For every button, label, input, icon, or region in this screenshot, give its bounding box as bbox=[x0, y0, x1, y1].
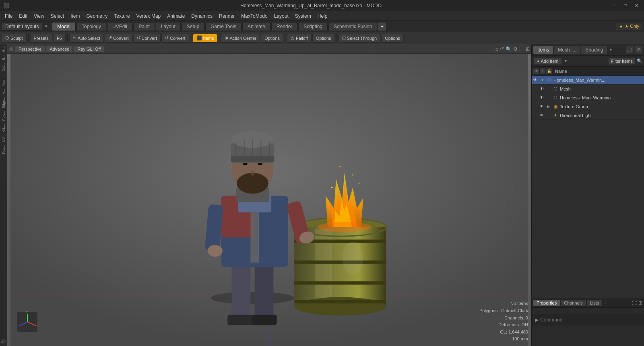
minimize-button[interactable]: – bbox=[610, 2, 618, 10]
sidebar-label-fuz[interactable]: Fuz... bbox=[2, 144, 6, 155]
menu-system[interactable]: System bbox=[292, 12, 314, 20]
sidebar-label-b2[interactable]: B... bbox=[2, 54, 6, 62]
home-icon[interactable]: ⌂ bbox=[495, 46, 498, 52]
viewport-canvas[interactable]: X Y Z No Items Polygons : Catmull-Clark … bbox=[7, 54, 531, 346]
falloff-button[interactable]: ◎ Falloff bbox=[287, 34, 312, 43]
filter-search-icon[interactable]: 🔍 bbox=[637, 58, 642, 64]
convert3-button[interactable]: ↺ Convert bbox=[161, 34, 189, 43]
auto-select-button[interactable]: ↖ Auto Select bbox=[69, 34, 104, 43]
ray-gl-tag[interactable]: Ray GL: Off bbox=[74, 46, 104, 52]
lock-col-icon[interactable]: 🔒 bbox=[546, 68, 552, 74]
star-only-toggle[interactable]: ★ ★ Only bbox=[616, 23, 642, 30]
sidebar-label-v[interactable]: V... bbox=[2, 88, 6, 95]
maximize-button[interactable]: □ bbox=[621, 2, 630, 10]
add-col-icon[interactable]: + bbox=[540, 68, 545, 74]
panel-expand-icon[interactable]: ⛶ bbox=[626, 46, 634, 54]
tab-shading[interactable]: Shading bbox=[581, 46, 607, 54]
tab-layout[interactable]: Layout bbox=[156, 22, 181, 31]
default-layouts-label[interactable]: Default Layouts bbox=[2, 23, 42, 31]
bp-add-tab[interactable]: + bbox=[604, 301, 606, 305]
close-button[interactable]: ✕ bbox=[633, 2, 641, 10]
sidebar-label-uv[interactable]: UV... bbox=[2, 133, 6, 143]
search-icon[interactable]: 🔍 bbox=[506, 46, 512, 52]
shading-dropdown[interactable]: ▼ bbox=[609, 47, 613, 52]
sculpt-button[interactable]: ⬡ Sculpt bbox=[2, 34, 27, 43]
bp-tab-properties[interactable]: Properties bbox=[533, 300, 560, 306]
menu-item[interactable]: Item bbox=[67, 12, 83, 20]
convert2-button[interactable]: ↺ Convert bbox=[133, 34, 161, 43]
expand-arrow-mesh[interactable]: ▶ bbox=[547, 86, 551, 91]
options2-button[interactable]: Options bbox=[312, 34, 335, 43]
convert1-button[interactable]: ↺ Convert bbox=[105, 34, 132, 43]
tab-animate[interactable]: Animate bbox=[242, 22, 270, 31]
menu-file[interactable]: File bbox=[2, 12, 16, 20]
tab-scripting[interactable]: Scripting bbox=[298, 22, 328, 31]
expand-arrow-homeless[interactable]: ▶ bbox=[547, 95, 551, 100]
item-row-root[interactable]: 👁 ▼ ⬡ Homeless_Man_Warmin... bbox=[532, 76, 644, 84]
menu-animate[interactable]: Animate bbox=[164, 12, 188, 20]
tab-render[interactable]: Render bbox=[271, 22, 297, 31]
bp-layout-icon[interactable]: ⊞ bbox=[638, 300, 642, 306]
bp-tab-lists[interactable]: Lists bbox=[587, 300, 603, 306]
menu-maxtomodo[interactable]: MaxToModo bbox=[238, 12, 270, 20]
tab-items[interactable]: Items bbox=[533, 46, 553, 54]
menu-edit[interactable]: Edit bbox=[16, 12, 31, 20]
sidebar-label-gl[interactable]: GL... bbox=[2, 123, 6, 133]
tab-setup[interactable]: Setup bbox=[182, 22, 204, 31]
menu-help[interactable]: Help bbox=[314, 12, 331, 20]
tab-topology[interactable]: Topology bbox=[76, 22, 106, 31]
eye-icon-root[interactable]: 👁 bbox=[533, 78, 539, 82]
sidebar-label-poly[interactable]: Poly... bbox=[2, 110, 6, 122]
sidebar-label-bottom[interactable]: ○ bbox=[1, 339, 6, 344]
panel-layout-icon[interactable]: ⊞ bbox=[635, 46, 642, 54]
eye-col-icon[interactable]: 👁 bbox=[533, 68, 539, 74]
viewport-toggle-dot[interactable] bbox=[9, 47, 14, 51]
action-center-button[interactable]: ⊕ Action Center bbox=[221, 34, 260, 43]
expand-arrow-root[interactable]: ▼ bbox=[541, 78, 545, 82]
item-row-dirlight[interactable]: 👁 ▶ ☀ Directional Light bbox=[532, 111, 644, 120]
menu-view[interactable]: View bbox=[31, 12, 47, 20]
expand-arrow-dirlight[interactable]: ▶ bbox=[547, 113, 551, 117]
command-input[interactable] bbox=[540, 317, 641, 323]
bp-expand-icon[interactable]: ⛶ bbox=[632, 300, 637, 306]
layouts-dropdown-icon[interactable]: ▼ bbox=[44, 24, 48, 29]
menu-render[interactable]: Render bbox=[216, 12, 238, 20]
sidebar-label-def[interactable]: Def... bbox=[2, 62, 6, 73]
tab-schematic-fusion[interactable]: Schematic Fusion bbox=[328, 22, 377, 31]
menu-texture[interactable]: Texture bbox=[111, 12, 133, 20]
perspective-tag[interactable]: Perspective bbox=[15, 46, 45, 52]
options3-button[interactable]: Options bbox=[381, 34, 404, 43]
expand-icon[interactable]: ⛶ bbox=[519, 46, 524, 52]
add-tab-button[interactable]: + bbox=[378, 23, 386, 31]
eye-icon-mesh[interactable]: 👁 bbox=[540, 86, 545, 91]
expand-arrow-texgroup[interactable]: ▶ bbox=[547, 104, 551, 109]
eye-icon-homeless[interactable]: 👁 bbox=[540, 95, 545, 100]
f6-button[interactable]: F6 bbox=[53, 34, 66, 43]
item-row-texgroup[interactable]: 👁 ▶ ▣ Texture Group bbox=[532, 102, 644, 111]
tab-uvedit[interactable]: UVEdit bbox=[107, 22, 132, 31]
options1-button[interactable]: Options bbox=[261, 34, 283, 43]
tab-mesh[interactable]: Mesh .... bbox=[554, 46, 580, 54]
sidebar-label-edge[interactable]: Edge... bbox=[2, 96, 6, 110]
sidebar-label-b1[interactable]: B... bbox=[2, 45, 6, 53]
item-row-homeless[interactable]: 👁 ▶ ⬡ Homeless_Man_Warming_... bbox=[532, 93, 644, 102]
eye-icon-dirlight[interactable]: 👁 bbox=[540, 113, 545, 117]
bp-tab-channels[interactable]: Channels bbox=[561, 300, 586, 306]
tab-paint[interactable]: Paint bbox=[133, 22, 155, 31]
menu-layout[interactable]: Layout bbox=[271, 12, 292, 20]
layout-icon[interactable]: ⊞ bbox=[526, 46, 530, 52]
tab-model[interactable]: Model bbox=[52, 22, 76, 31]
add-item-dropdown[interactable]: ▼ bbox=[564, 59, 568, 63]
menu-geometry[interactable]: Geometry bbox=[83, 12, 111, 20]
menu-vertex-map[interactable]: Vertex Map bbox=[133, 12, 164, 20]
advanced-tag[interactable]: Advanced bbox=[46, 46, 72, 52]
settings-icon[interactable]: ⚙ bbox=[513, 46, 518, 52]
presets-button[interactable]: Presets bbox=[30, 34, 52, 43]
menu-select[interactable]: Select bbox=[47, 12, 67, 20]
items-button[interactable]: ⬛ Items bbox=[193, 34, 218, 43]
sidebar-label-mesh[interactable]: Mesh... bbox=[2, 73, 6, 88]
menu-dynamics[interactable]: Dynamics bbox=[188, 12, 216, 20]
item-row-mesh[interactable]: 👁 ▶ ⬡ Mesh bbox=[532, 84, 644, 93]
add-item-button[interactable]: + Add Item bbox=[533, 58, 562, 65]
eye-icon-texgroup[interactable]: 👁 bbox=[540, 104, 545, 109]
